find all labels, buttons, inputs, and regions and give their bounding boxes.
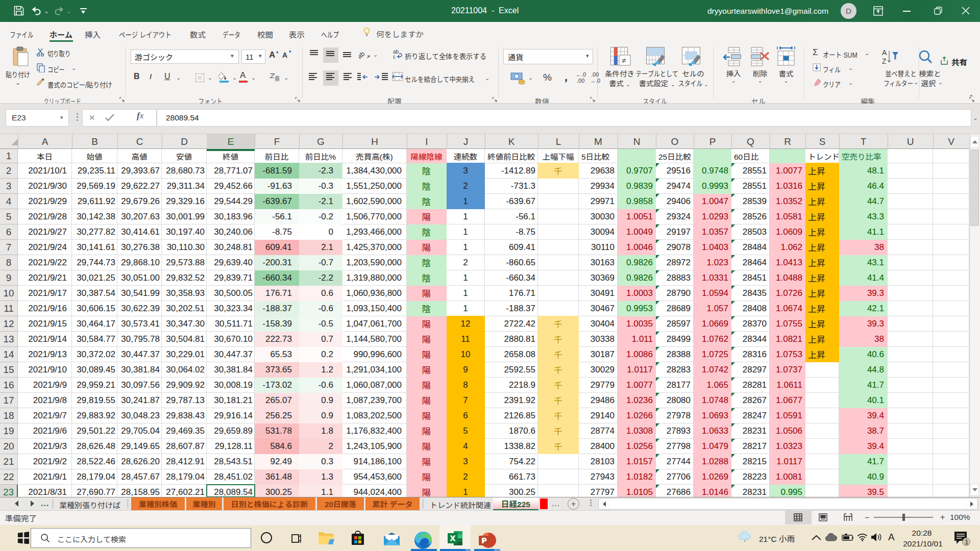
svg-text:A: A <box>882 48 887 57</box>
svg-text:Z: Z <box>882 57 887 65</box>
svg-text:ab: ab <box>359 49 366 60</box>
svg-text:≠: ≠ <box>622 56 626 65</box>
svg-text:1: 1 <box>965 539 969 546</box>
svg-text:c: c <box>393 54 396 59</box>
